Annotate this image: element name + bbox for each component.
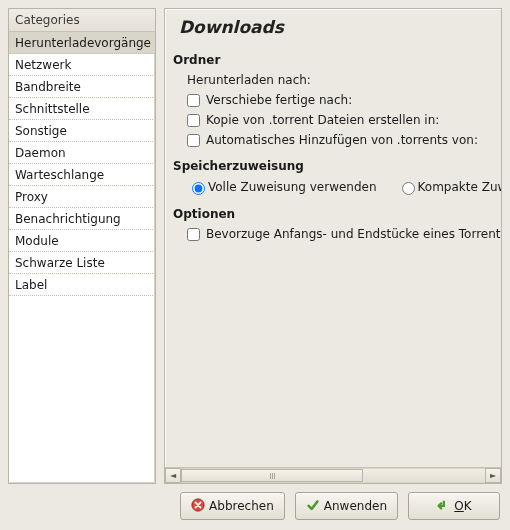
sidebar-item-7[interactable]: Proxy — [9, 186, 155, 208]
sidebar-item-3[interactable]: Schnittstelle — [9, 98, 155, 120]
scroll-track[interactable] — [181, 468, 485, 483]
button-bar: Abbrechen Anwenden OK — [8, 484, 502, 522]
content-body: Ordner Herunterladen nach: Verschiebe fe… — [165, 47, 501, 467]
download-to-label: Herunterladen nach: — [187, 73, 311, 87]
sidebar-item-11[interactable]: Label — [9, 274, 155, 296]
cancel-button[interactable]: Abbrechen — [180, 492, 285, 520]
allocation-full-label: Volle Zuweisung verwenden — [208, 180, 377, 194]
cancel-button-label: Abbrechen — [209, 499, 274, 513]
copy-torrent-label: Kopie von .torrent Dateien erstellen in: — [206, 113, 439, 127]
sidebar-item-9[interactable]: Module — [9, 230, 155, 252]
sidebar-item-8[interactable]: Benachrichtigung — [9, 208, 155, 230]
sidebar-item-1[interactable]: Netzwerk — [9, 54, 155, 76]
sidebar-item-2[interactable]: Bandbreite — [9, 76, 155, 98]
ok-icon — [436, 498, 450, 515]
auto-add-checkbox[interactable] — [187, 134, 200, 147]
horizontal-scrollbar[interactable]: ◄ ► — [165, 467, 501, 483]
section-heading-optionen: Optionen — [173, 207, 493, 221]
categories-header: Categories — [9, 9, 155, 32]
ok-button-label: OK — [454, 499, 471, 513]
cancel-icon — [191, 498, 205, 515]
prioritize-checkbox[interactable] — [187, 228, 200, 241]
allocation-compact-radio[interactable] — [402, 182, 415, 195]
allocation-compact-label: Kompakte Zuweisung verwenden — [418, 180, 501, 194]
scroll-left-button[interactable]: ◄ — [165, 468, 181, 483]
apply-button[interactable]: Anwenden — [295, 492, 398, 520]
sidebar-item-6[interactable]: Warteschlange — [9, 164, 155, 186]
sidebar-item-5[interactable]: Daemon — [9, 142, 155, 164]
auto-add-label: Automatisches Hinzufügen von .torrents v… — [206, 133, 478, 147]
section-heading-speicher: Speicherzuweisung — [173, 159, 493, 173]
move-completed-label: Verschiebe fertige nach: — [206, 93, 352, 107]
categories-sidebar: Categories HerunterladevorgängeNetzwerkB… — [8, 8, 156, 484]
scroll-right-button[interactable]: ► — [485, 468, 501, 483]
page-title: Downloads — [165, 9, 501, 47]
ok-button[interactable]: OK — [408, 492, 500, 520]
move-completed-checkbox[interactable] — [187, 94, 200, 107]
allocation-full-radio[interactable] — [192, 182, 205, 195]
apply-button-label: Anwenden — [324, 499, 387, 513]
apply-icon — [306, 498, 320, 515]
prioritize-label: Bevorzuge Anfangs- und Endstücke eines T… — [206, 227, 501, 241]
content-panel: Downloads Ordner Herunterladen nach: Ver… — [164, 8, 502, 484]
scroll-thumb[interactable] — [181, 469, 363, 482]
sidebar-item-10[interactable]: Schwarze Liste — [9, 252, 155, 274]
sidebar-item-4[interactable]: Sonstige — [9, 120, 155, 142]
sidebar-item-0[interactable]: Herunterladevorgänge — [9, 32, 155, 54]
section-heading-ordner: Ordner — [173, 53, 493, 67]
categories-list: HerunterladevorgängeNetzwerkBandbreiteSc… — [9, 32, 155, 483]
copy-torrent-checkbox[interactable] — [187, 114, 200, 127]
